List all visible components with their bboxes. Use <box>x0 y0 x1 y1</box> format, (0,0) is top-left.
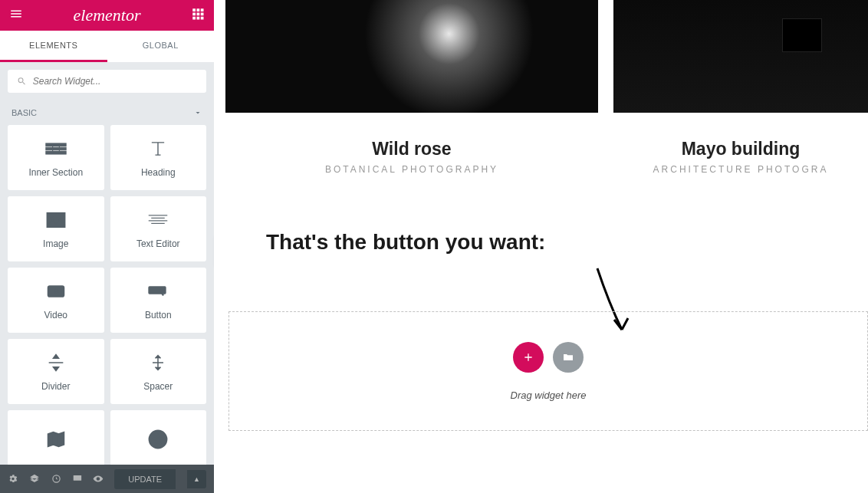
search-input[interactable] <box>33 76 197 87</box>
drop-zone-buttons <box>513 342 584 373</box>
widget-label: Heading <box>141 167 176 178</box>
category-basic[interactable]: BASIC <box>0 100 214 125</box>
svg-rect-5 <box>201 12 204 15</box>
preview-icon[interactable] <box>93 473 104 485</box>
settings-icon[interactable] <box>8 473 18 485</box>
gallery-row: Wild rose BOTANICAL PHOTOGRAPHY Mayo bui… <box>214 0 868 175</box>
chevron-down-icon <box>193 108 202 117</box>
gallery-subtitle: ARCHITECTURE PHOTOGRA <box>653 164 829 175</box>
svg-rect-10 <box>46 147 66 150</box>
widget-label: Video <box>44 310 67 320</box>
spacer-icon <box>147 352 169 373</box>
brand-logo: elementor <box>74 5 141 25</box>
plus-icon <box>522 351 534 363</box>
heading-icon <box>147 138 169 159</box>
widget-button[interactable]: Button <box>110 268 207 333</box>
tab-global[interactable]: GLOBAL <box>107 31 215 62</box>
svg-rect-21 <box>149 287 166 294</box>
map-icon <box>45 429 67 450</box>
apps-grid-icon[interactable] <box>191 7 205 25</box>
gallery-item[interactable]: Mayo building ARCHITECTURE PHOTOGRA <box>613 0 868 175</box>
gallery-title: Wild rose <box>372 139 451 159</box>
svg-rect-11 <box>46 151 66 154</box>
gallery-image <box>613 0 868 113</box>
widget-label: Inner Section <box>28 167 83 178</box>
search-icon <box>17 76 27 87</box>
widget-spacer[interactable]: Spacer <box>110 339 207 404</box>
svg-rect-2 <box>201 8 204 12</box>
panel-tabs: ELEMENTS GLOBAL <box>0 31 214 62</box>
annotation-text: That's the button you want: <box>266 230 545 255</box>
history-icon[interactable] <box>51 473 61 485</box>
folder-icon <box>562 351 574 363</box>
navigator-icon[interactable] <box>29 473 40 485</box>
columns-icon <box>45 138 67 159</box>
svg-point-15 <box>51 216 54 219</box>
responsive-icon[interactable] <box>72 473 83 485</box>
svg-rect-0 <box>192 8 196 12</box>
widget-text-editor[interactable]: Text Editor <box>110 196 207 261</box>
widget-image[interactable]: Image <box>8 196 104 261</box>
category-label: BASIC <box>12 108 37 117</box>
drop-zone[interactable]: Drag widget here <box>229 311 868 431</box>
add-section-button[interactable] <box>513 342 544 373</box>
widget-video[interactable]: Video <box>8 268 104 333</box>
tab-elements[interactable]: ELEMENTS <box>0 31 107 62</box>
svg-rect-9 <box>46 143 66 146</box>
editor-canvas: Wild rose BOTANICAL PHOTOGRAPHY Mayo bui… <box>214 0 868 493</box>
add-template-button[interactable] <box>553 342 584 373</box>
widget-inner-section[interactable]: Inner Section <box>8 125 104 190</box>
widgets-grid: Inner Section Heading Image Text Editor … <box>0 125 214 475</box>
update-button[interactable]: UPDATE <box>114 469 176 489</box>
update-options-button[interactable]: ▲ <box>187 470 206 488</box>
star-icon <box>147 429 169 450</box>
widget-label: Divider <box>41 381 70 392</box>
hamburger-icon[interactable] <box>9 7 23 25</box>
gallery-subtitle: BOTANICAL PHOTOGRAPHY <box>325 164 498 175</box>
sidebar-header: elementor <box>0 0 214 31</box>
gallery-title: Mayo building <box>682 139 801 159</box>
gallery-item[interactable]: Wild rose BOTANICAL PHOTOGRAPHY <box>225 0 598 175</box>
divider-icon <box>45 352 67 373</box>
widget-label: Text Editor <box>136 238 180 249</box>
widget-label: Button <box>145 310 172 320</box>
svg-rect-8 <box>201 16 204 19</box>
svg-rect-6 <box>192 16 196 19</box>
svg-rect-1 <box>197 8 200 12</box>
video-icon <box>45 281 67 302</box>
text-editor-icon <box>147 209 169 231</box>
svg-rect-7 <box>197 16 200 19</box>
widget-divider[interactable]: Divider <box>8 339 104 404</box>
image-icon <box>45 209 67 231</box>
widget-label: Image <box>43 238 68 249</box>
svg-rect-4 <box>197 12 200 15</box>
sidebar: elementor ELEMENTS GLOBAL BASIC Inner Se… <box>0 0 214 493</box>
search-box <box>8 70 206 93</box>
widget-heading[interactable]: Heading <box>110 125 207 190</box>
drop-zone-text: Drag widget here <box>511 389 587 401</box>
sidebar-footer: UPDATE ▲ <box>0 465 214 493</box>
widget-label: Spacer <box>143 381 173 392</box>
svg-rect-24 <box>73 475 81 481</box>
svg-rect-3 <box>192 12 196 15</box>
search-wrap <box>0 62 214 100</box>
svg-point-22 <box>58 434 62 438</box>
button-icon <box>147 281 169 302</box>
gallery-image <box>225 0 598 113</box>
